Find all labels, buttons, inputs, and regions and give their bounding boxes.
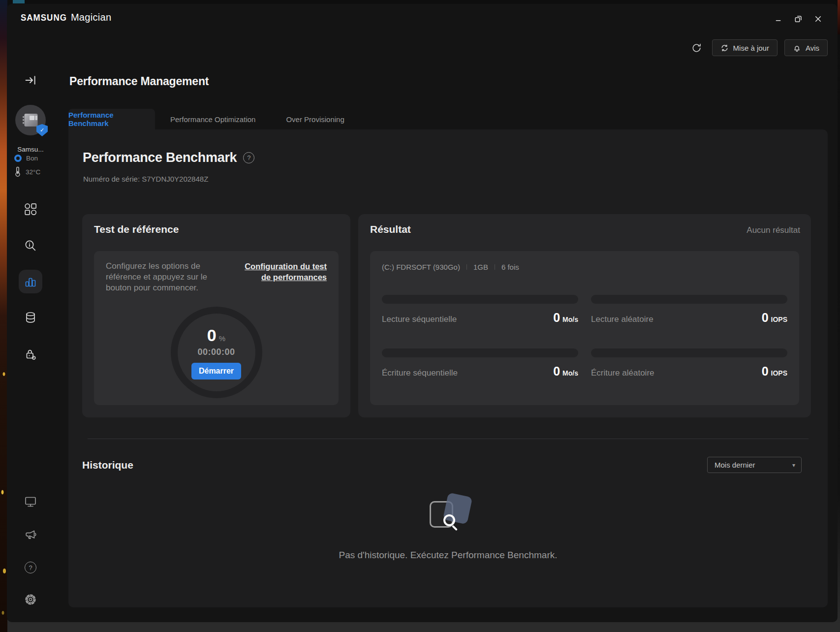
- metric-label: Écriture séquentielle: [382, 368, 458, 378]
- progress-unit: %: [219, 334, 225, 343]
- test-size-label: 1GB: [473, 263, 488, 271]
- elapsed-timer: 00:00:00: [197, 347, 235, 357]
- metric-sequential-read: Lecture séquentielle 0Mo/s: [382, 295, 578, 325]
- desktop-wallpaper-accent: [13, 0, 25, 3]
- metric-label: Lecture séquentielle: [382, 315, 457, 324]
- metric-random-write: Écriture aléatoire 0IOPS: [591, 348, 787, 379]
- drive-info-search-icon: [24, 239, 37, 252]
- thermometer-icon: [14, 166, 21, 177]
- drive-avatar[interactable]: ✓: [15, 105, 46, 135]
- drive-name-label: Samsu...: [17, 146, 43, 153]
- desktop-wallpaper-edge: [838, 0, 840, 34]
- help-icon: ?: [25, 562, 36, 573]
- sidebar-item-security[interactable]: [19, 343, 42, 366]
- sidebar-item-system-info[interactable]: [19, 490, 42, 513]
- divider: [467, 264, 467, 270]
- history-title: Historique: [82, 459, 133, 471]
- metric-sequential-write: Écriture séquentielle 0Mo/s: [382, 348, 578, 379]
- chevron-down-icon: ▾: [792, 462, 795, 469]
- history-period-select[interactable]: Mois dernier ▾: [707, 457, 802, 473]
- test-card-title: Test de référence: [94, 223, 179, 235]
- sidebar-item-performance-management[interactable]: [19, 270, 42, 293]
- metric-value: 0: [553, 364, 560, 378]
- sidebar-item-help[interactable]: ?: [19, 556, 42, 579]
- metric-unit: IOPS: [771, 369, 787, 377]
- metric-label: Écriture aléatoire: [591, 368, 654, 378]
- health-good-icon: [14, 155, 22, 162]
- metric-value: 0: [762, 311, 769, 324]
- serial-number: Numéro de série: S7YDNJ0Y202848Z: [83, 175, 208, 183]
- section-title: Performance Benchmark: [83, 150, 237, 165]
- result-card: Résultat Aucun résultat (C:) FDRSOFT (93…: [358, 214, 811, 417]
- dashboard-grid-icon: [24, 203, 37, 216]
- database-icon: [24, 311, 37, 324]
- metrics-grid: Lecture séquentielle 0Mo/s Lecture aléat…: [382, 295, 787, 379]
- progress-gauge: 0 % 00:00:00 Démarrer: [171, 307, 262, 398]
- megaphone-icon: [24, 528, 37, 541]
- gear-icon: [24, 593, 37, 606]
- progress-bar: [591, 348, 787, 357]
- tab-bar: Performance Benchmark Performance Optimi…: [68, 109, 360, 129]
- sidebar-expand-button[interactable]: [19, 68, 42, 92]
- temperature-label: 32°C: [26, 168, 40, 176]
- result-card-body: (C:) FDRSOFT (930Go) 1GB 6 fois Lecture …: [370, 251, 799, 405]
- metric-random-read: Lecture aléatoire 0IOPS: [591, 295, 787, 325]
- tab-performance-benchmark[interactable]: Performance Benchmark: [68, 109, 155, 129]
- sidebar: ✓ Samsu... Bon 32°C: [7, 4, 54, 622]
- test-instructions: Configurez les options de référence et a…: [106, 261, 229, 293]
- metric-unit: Mo/s: [562, 369, 578, 377]
- progress-bar: [591, 295, 787, 304]
- drive-health-row: Bon: [7, 155, 54, 162]
- reference-test-card: Test de référence Configurez les options…: [82, 214, 350, 417]
- start-benchmark-button[interactable]: Démarrer: [191, 363, 241, 379]
- sidebar-item-settings[interactable]: [19, 588, 42, 611]
- progress-bar: [382, 295, 578, 304]
- app-window: SAMSUNG Magician Mise à jour Avis: [7, 4, 838, 622]
- health-label: Bon: [26, 155, 38, 162]
- shield-check-badge-icon: ✓: [36, 124, 48, 136]
- sidebar-item-announcements[interactable]: [19, 523, 42, 546]
- test-card-body: Configurez les options de référence et a…: [94, 251, 339, 405]
- progress-value: 0: [207, 326, 217, 345]
- no-result-label: Aucun résultat: [747, 225, 800, 235]
- section-header: Performance Benchmark ?: [83, 150, 254, 165]
- drive-temperature-row: 32°C: [7, 166, 54, 177]
- divider: [495, 264, 495, 270]
- benchmark-panel: Performance Benchmark ? Numéro de série:…: [68, 129, 828, 607]
- sidebar-item-drive-details[interactable]: [19, 234, 42, 257]
- test-parameters-row: (C:) FDRSOFT (930Go) 1GB 6 fois: [382, 263, 787, 271]
- metric-value: 0: [553, 311, 560, 324]
- bar-chart-icon: [24, 275, 37, 288]
- expand-sidebar-icon: [24, 74, 37, 87]
- progress-percent: 0 %: [207, 326, 225, 345]
- metric-unit: IOPS: [771, 316, 787, 323]
- iterations-label: 6 fois: [501, 263, 519, 271]
- history-empty-message: Pas d'historique. Exécutez Performance B…: [339, 550, 557, 561]
- section-help-icon[interactable]: ?: [243, 152, 254, 163]
- history-empty-state: Pas d'historique. Exécutez Performance B…: [68, 495, 828, 561]
- sidebar-item-dashboard[interactable]: [19, 197, 42, 221]
- no-history-icon: [424, 495, 473, 534]
- lock-settings-icon: [24, 348, 37, 361]
- ssd-icon: [21, 112, 40, 128]
- sidebar-item-data-management[interactable]: [19, 306, 42, 329]
- benchmark-cards: Test de référence Configurez les options…: [82, 214, 811, 417]
- history-period-value: Mois dernier: [715, 461, 755, 469]
- metric-value: 0: [762, 364, 769, 378]
- metric-label: Lecture aléatoire: [591, 315, 653, 324]
- progress-bar: [382, 348, 578, 357]
- tab-performance-optimization[interactable]: Performance Optimization: [155, 109, 271, 129]
- tab-over-provisioning[interactable]: Over Provisioning: [271, 109, 359, 129]
- main-content: Performance Management Performance Bench…: [68, 4, 828, 622]
- metric-unit: Mo/s: [562, 316, 578, 323]
- monitor-icon: [24, 495, 37, 508]
- result-card-title: Résultat: [370, 223, 411, 235]
- benchmark-settings-link[interactable]: Configuration du test de performances: [237, 261, 327, 293]
- desktop-wallpaper-strip: [0, 0, 7, 632]
- magnifier-icon: [443, 514, 455, 526]
- page-title: Performance Management: [69, 75, 209, 88]
- target-drive-label: (C:) FDRSOFT (930Go): [382, 263, 460, 271]
- section-divider: [88, 439, 809, 439]
